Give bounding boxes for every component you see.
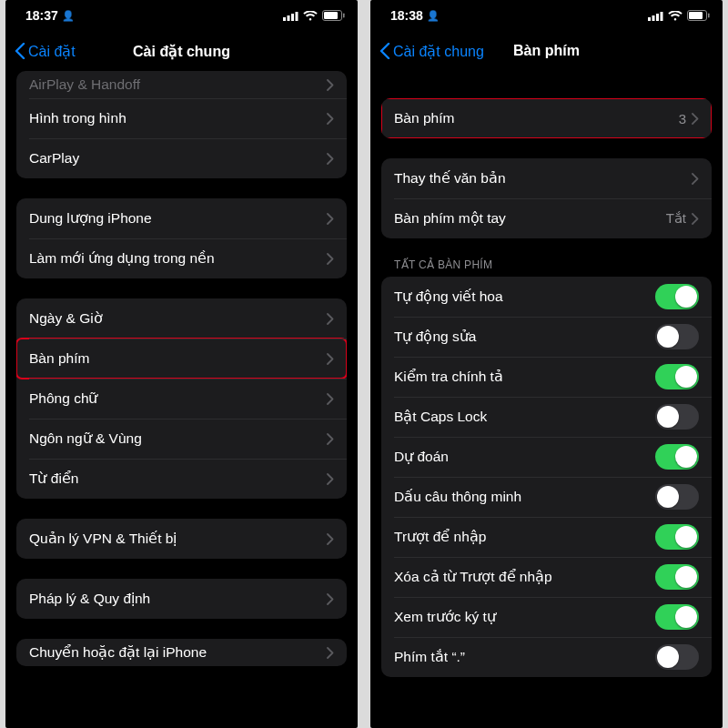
chevron-right-icon <box>327 153 334 165</box>
svg-rect-0 <box>283 17 286 21</box>
row-label: Bàn phím <box>394 110 679 126</box>
row-label: Tự động viết hoa <box>394 288 655 305</box>
status-bar: 18:38 👤 <box>370 0 723 31</box>
row-value: 3 <box>679 111 686 126</box>
back-button[interactable]: Cài đặt chung <box>379 43 484 60</box>
row-chuyen-hoac-at-lai-iphone[interactable]: Chuyển hoặc đặt lại iPhone <box>16 639 347 666</box>
row-label: CarPlay <box>29 150 327 167</box>
toggle-xem-truoc-ky-tu[interactable] <box>655 604 699 630</box>
row-dung-luong-iphone[interactable]: Dung lượng iPhone <box>16 198 347 238</box>
row-label: AirPlay & Handoff <box>29 76 327 93</box>
toggle-kiem-tra-chinh-ta[interactable] <box>655 364 699 389</box>
status-icons <box>283 10 345 21</box>
svg-rect-6 <box>343 14 345 18</box>
settings-group: Thay thế văn bảnBàn phím một tayTắt <box>381 158 712 238</box>
row-xem-truoc-ky-tu: Xem trước ký tự <box>381 597 712 637</box>
row-label: Bật Caps Lock <box>394 409 655 425</box>
section-header: TẤT CẢ BÀN PHÍM <box>381 258 712 271</box>
chevron-right-icon <box>327 647 334 659</box>
row-label: Tự động sửa <box>394 329 655 345</box>
row-phim-tat: Phím tắt “.” <box>381 637 712 677</box>
row-label: Dấu câu thông minh <box>394 489 655 505</box>
svg-rect-10 <box>661 12 663 21</box>
row-label: Dung lượng iPhone <box>29 210 327 227</box>
toggle-tu-ong-sua[interactable] <box>655 324 699 349</box>
row-thay-the-van-ban[interactable]: Thay thế văn bản <box>381 158 712 198</box>
row-quan-ly-vpn-thiet-bi[interactable]: Quản lý VPN & Thiết bị <box>16 519 347 559</box>
svg-rect-8 <box>652 15 655 21</box>
settings-group: Bàn phím3 <box>381 98 712 138</box>
nav-bar: Cài đặt Cài đặt chung <box>5 31 358 71</box>
svg-rect-3 <box>296 12 298 21</box>
svg-rect-1 <box>288 15 290 21</box>
row-label: Bàn phím một tay <box>394 210 666 227</box>
toggle-bat-caps-lock[interactable] <box>655 404 699 430</box>
chevron-right-icon <box>327 313 334 325</box>
settings-content: AirPlay & HandoffHình trong hìnhCarPlayD… <box>5 71 358 728</box>
toggle-tu-ong-viet-hoa[interactable] <box>655 284 699 309</box>
row-label: Bàn phím <box>29 350 327 367</box>
row-lam-moi-ung-dung-trong-nen[interactable]: Làm mới ứng dụng trong nền <box>16 238 347 278</box>
wifi-icon <box>668 11 682 21</box>
cellular-icon <box>283 11 298 21</box>
row-ban-phim-mot-tay[interactable]: Bàn phím một tayTắt <box>381 198 712 238</box>
row-phong-chu[interactable]: Phông chữ <box>16 379 347 419</box>
row-label: Pháp lý & Quy định <box>29 591 327 607</box>
row-phap-ly-quy-inh[interactable]: Pháp lý & Quy định <box>16 579 347 619</box>
row-label: Dự đoán <box>394 449 655 465</box>
chevron-right-icon <box>327 353 334 365</box>
battery-icon <box>687 10 710 21</box>
row-kiem-tra-chinh-ta: Kiểm tra chính tả <box>381 357 712 397</box>
person-icon: 👤 <box>62 10 75 22</box>
status-icons <box>648 10 710 21</box>
toggle-du-oan[interactable] <box>655 444 699 470</box>
svg-rect-7 <box>648 17 651 21</box>
chevron-right-icon <box>327 593 334 605</box>
row-ngon-ngu-vung[interactable]: Ngôn ngữ & Vùng <box>16 419 347 459</box>
svg-rect-5 <box>324 12 338 19</box>
row-ngay-gio[interactable]: Ngày & Giờ <box>16 298 347 339</box>
chevron-right-icon <box>327 253 334 265</box>
toggle-truot-e-nhap[interactable] <box>655 524 699 550</box>
row-label: Trượt để nhập <box>394 529 655 545</box>
row-value: Tắt <box>666 210 686 227</box>
row-ban-phim[interactable]: Bàn phím <box>16 339 347 379</box>
back-label: Cài đặt chung <box>393 43 484 60</box>
settings-group: Dung lượng iPhoneLàm mới ứng dụng trong … <box>16 198 347 278</box>
phone-keyboard-settings: 18:38 👤 Cài đặt chung Bàn phím Bàn phím3… <box>370 0 723 728</box>
wifi-icon <box>303 11 318 21</box>
toggle-dau-cau-thong-minh[interactable] <box>655 484 699 510</box>
row-tu-ien[interactable]: Từ điển <box>16 459 347 499</box>
settings-group: Pháp lý & Quy định <box>16 579 347 619</box>
row-label: Hình trong hình <box>29 110 327 126</box>
row-label: Xem trước ký tự <box>394 609 655 625</box>
row-airplay-handoff[interactable]: AirPlay & Handoff <box>16 71 347 98</box>
row-tu-ong-viet-hoa: Tự động viết hoa <box>381 277 712 317</box>
back-label: Cài đặt <box>28 43 76 60</box>
toggle-xoa-ca-tu-truot-e-nhap[interactable] <box>655 564 699 590</box>
row-bat-caps-lock: Bật Caps Lock <box>381 397 712 437</box>
chevron-right-icon <box>327 533 334 545</box>
back-button[interactable]: Cài đặt <box>15 43 76 60</box>
chevron-right-icon <box>327 213 334 225</box>
chevron-right-icon <box>327 393 334 405</box>
row-du-oan: Dự đoán <box>381 437 712 477</box>
row-dau-cau-thong-minh: Dấu câu thông minh <box>381 477 712 517</box>
chevron-left-icon <box>15 43 25 59</box>
settings-group-toggles: Tự động viết hoaTự động sửaKiểm tra chín… <box>381 277 712 677</box>
row-xoa-ca-tu-truot-e-nhap: Xóa cả từ Trượt để nhập <box>381 557 712 597</box>
status-time: 18:37 <box>25 8 58 23</box>
chevron-right-icon <box>692 213 699 225</box>
row-ban-phim[interactable]: Bàn phím3 <box>381 98 712 138</box>
row-tu-ong-sua: Tự động sửa <box>381 317 712 357</box>
row-carplay[interactable]: CarPlay <box>16 138 347 178</box>
status-bar: 18:37 👤 <box>5 0 358 31</box>
row-hinh-trong-hinh[interactable]: Hình trong hình <box>16 98 347 138</box>
nav-bar: Cài đặt chung Bàn phím <box>370 31 723 71</box>
toggle-phim-tat[interactable] <box>655 644 699 670</box>
row-label: Phông chữ <box>29 390 327 407</box>
svg-rect-12 <box>689 12 703 19</box>
row-label: Ngày & Giờ <box>29 310 327 327</box>
svg-rect-2 <box>291 14 294 21</box>
row-truot-e-nhap: Trượt để nhập <box>381 517 712 557</box>
